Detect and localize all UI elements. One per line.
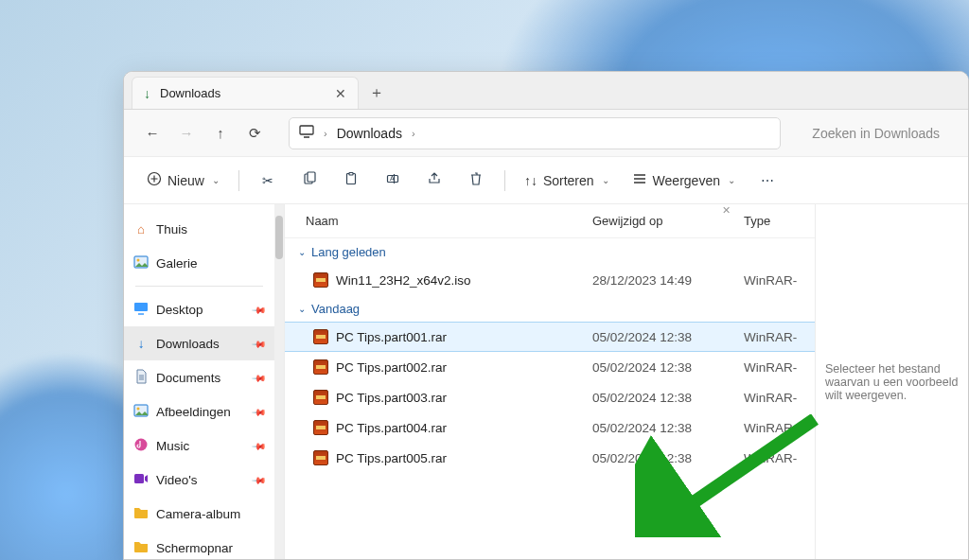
archive-icon: [313, 272, 328, 288]
file-name: PC Tips.part003.rar: [336, 391, 447, 405]
column-modified[interactable]: Gewijzigd op ✕: [592, 214, 744, 228]
archive-icon: [313, 420, 328, 435]
pin-icon: 📌: [252, 438, 267, 453]
desktop-icon: [133, 302, 149, 318]
svg-rect-17: [134, 303, 148, 311]
explorer-window: ↓ Downloads ✕ ＋ ← → ↑ ⟳ › Downloads › Zo…: [123, 71, 969, 560]
nav-row: ← → ↑ ⟳ › Downloads › Zoeken in Download…: [124, 110, 968, 157]
nav-label: Documents: [156, 371, 220, 385]
copy-icon: [302, 171, 317, 189]
column-name[interactable]: Naam: [285, 214, 592, 228]
nav-label: Music: [156, 439, 189, 453]
nav-downloads[interactable]: ↓ Downloads 📌: [124, 326, 274, 360]
nav-desktop[interactable]: Desktop 📌: [124, 292, 274, 326]
file-row[interactable]: PC Tips.part005.rar 05/02/2024 12:38 Win…: [285, 443, 815, 473]
tab-strip: ↓ Downloads ✕ ＋: [124, 72, 968, 110]
delete-button[interactable]: [457, 165, 495, 197]
file-row[interactable]: Win11_23H2_x64v2.iso 28/12/2023 14:49 Wi…: [285, 265, 815, 295]
rename-button[interactable]: A: [374, 165, 412, 197]
sort-button[interactable]: ↑↓ Sorteren ⌄: [515, 165, 619, 197]
close-icon[interactable]: ✕: [722, 204, 731, 217]
nav-camera-album[interactable]: Camera-album: [124, 497, 274, 531]
up-button[interactable]: ↑: [207, 120, 234, 147]
refresh-button[interactable]: ⟳: [241, 120, 268, 147]
nav-music[interactable]: Music 📌: [124, 429, 274, 463]
download-icon: ↓: [144, 86, 150, 101]
nav-label: Thuis: [156, 222, 187, 236]
plus-circle-icon: [147, 171, 162, 189]
trash-icon: [468, 171, 484, 189]
pictures-icon: [133, 404, 149, 420]
file-row[interactable]: PC Tips.part003.rar 05/02/2024 12:38 Win…: [285, 382, 815, 412]
nav-pictures[interactable]: Afbeeldingen 📌: [124, 394, 274, 429]
divider: [504, 170, 505, 191]
column-type[interactable]: Type: [744, 214, 815, 228]
close-icon[interactable]: ✕: [335, 86, 346, 101]
column-headers: Naam Gewijzigd op ✕ Type: [285, 204, 815, 238]
gallery-icon: [133, 255, 149, 271]
nav-scrollbar[interactable]: [274, 204, 284, 559]
new-tab-button[interactable]: ＋: [359, 77, 395, 109]
cut-button[interactable]: ✂: [249, 165, 287, 197]
nav-screenshots[interactable]: Schermopnar: [124, 531, 274, 559]
svg-rect-8: [349, 173, 353, 176]
nav-documents[interactable]: Documents 📌: [124, 360, 274, 394]
pin-icon: 📌: [252, 370, 267, 385]
chevron-down-icon: ⌄: [728, 175, 735, 185]
archive-icon: [313, 390, 328, 405]
cut-icon: ✂: [262, 173, 273, 188]
tab-downloads[interactable]: ↓ Downloads ✕: [132, 77, 359, 109]
file-type: WinRAR-: [744, 421, 815, 435]
nav-home[interactable]: ⌂ Thuis: [124, 212, 274, 246]
pc-icon: [299, 125, 314, 141]
share-button[interactable]: [415, 165, 453, 197]
file-row[interactable]: PC Tips.part002.rar 05/02/2024 12:38 Win…: [285, 352, 815, 382]
file-row[interactable]: PC Tips.part004.rar 05/02/2024 12:38 Win…: [285, 412, 815, 443]
share-icon: [427, 171, 442, 189]
nav-videos[interactable]: Video's 📌: [124, 463, 274, 497]
file-date: 05/02/2024 12:38: [592, 330, 744, 344]
group-long-ago[interactable]: ⌄ Lang geleden: [285, 238, 815, 265]
nav-gallery[interactable]: Galerie: [124, 246, 274, 280]
archive-icon: [313, 359, 328, 375]
document-icon: [133, 369, 149, 387]
file-type: WinRAR-: [744, 451, 815, 465]
search-input[interactable]: Zoeken in Downloads: [799, 117, 953, 149]
new-label: Nieuw: [167, 173, 204, 188]
nav-label: Afbeeldingen: [156, 405, 231, 419]
sort-icon: ↑↓: [524, 173, 537, 188]
file-name: PC Tips.part005.rar: [336, 451, 447, 465]
chevron-right-icon: ›: [324, 128, 327, 139]
paste-button[interactable]: [332, 165, 370, 197]
nav-separator: [135, 286, 263, 287]
file-date: 05/02/2024 12:38: [592, 360, 744, 375]
file-name: PC Tips.part002.rar: [336, 360, 447, 375]
sort-label: Sorteren: [543, 173, 594, 188]
rename-icon: A: [385, 171, 400, 189]
nav-label: Camera-album: [156, 507, 240, 521]
preview-pane: Selecteer het bestand waarvan u een voor…: [815, 204, 968, 559]
view-button[interactable]: Weergeven ⌄: [623, 165, 745, 197]
address-bar[interactable]: › Downloads ›: [289, 117, 781, 149]
file-row[interactable]: PC Tips.part001.rar 05/02/2024 12:38 Win…: [285, 322, 815, 352]
more-button[interactable]: ⋯: [749, 165, 786, 197]
tab-title: Downloads: [160, 86, 220, 100]
divider: [238, 170, 239, 191]
file-name: PC Tips.part001.rar: [336, 330, 447, 344]
svg-rect-0: [300, 126, 313, 134]
pin-icon: 📌: [252, 404, 267, 419]
pin-icon: 📌: [252, 302, 267, 317]
new-button[interactable]: Nieuw ⌄: [137, 165, 229, 197]
copy-button[interactable]: [291, 165, 328, 197]
content-body: ⌂ Thuis Galerie Desktop 📌: [124, 204, 968, 559]
back-button[interactable]: ←: [139, 120, 166, 147]
chevron-down-icon: ⌄: [298, 304, 306, 314]
breadcrumb-downloads[interactable]: Downloads: [337, 126, 402, 141]
forward-button[interactable]: →: [173, 120, 200, 147]
group-label: Vandaag: [311, 302, 360, 316]
svg-point-16: [137, 258, 140, 261]
svg-rect-25: [134, 474, 144, 483]
nav-label: Desktop: [156, 303, 203, 317]
nav-label: Downloads: [156, 337, 220, 351]
group-today[interactable]: ⌄ Vandaag: [285, 295, 815, 322]
